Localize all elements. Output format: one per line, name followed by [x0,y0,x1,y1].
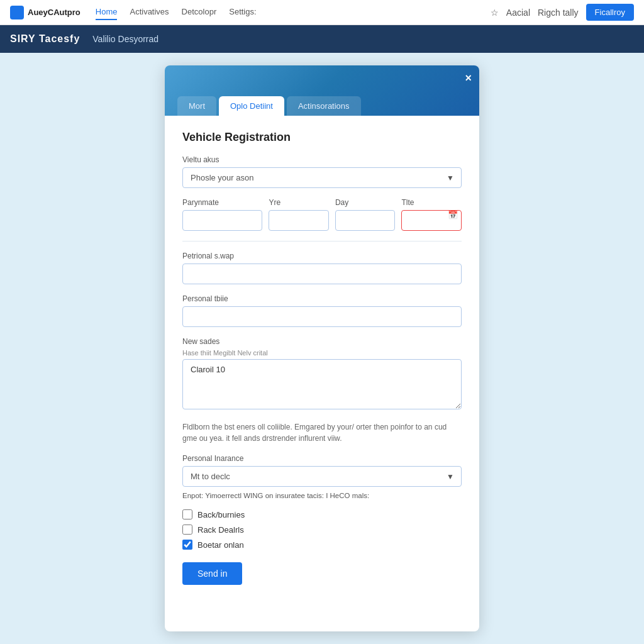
nav-link-aacial[interactable]: Aacial [506,8,530,18]
nav-link-settings[interactable]: Settigs: [229,4,256,20]
modal-dialog: × Mort Oplo Detiint Actinsorations Vehic… [165,65,479,631]
textarea-hint: Hase thiit Megiblt Nelv crital [182,349,462,357]
nav-link-activatives[interactable]: Activatives [130,4,169,20]
insurance-note: Enpot: Yimoerrectl WING on insuratee tac… [182,492,462,499]
insurance-select[interactable]: Mt to declc [182,466,462,487]
nav-link-home[interactable]: Home [96,4,118,20]
star-icon[interactable]: ☆ [491,8,499,18]
secondary-bar: SIRY Tacesfy Valilio Desyorrad [0,25,644,53]
checkbox-item-2: Rack Dealrls [182,525,462,535]
checkbox-item-1: Back/burnies [182,509,462,519]
petrol-label: Petrional s.wap [182,252,462,260]
checkbox-label-1[interactable]: Back/burnies [197,510,245,519]
modal-tabs: Mort Oplo Detiint Actinsorations [165,96,479,116]
nav-link-detcolopr[interactable]: Detcolopr [182,4,217,20]
date-row: Parynmate Yre Day Tlte 📅 [182,198,462,231]
modal-header: × Mort Oplo Detiint Actinsorations [165,65,479,116]
nav-logo: AueyCAutpro [10,6,80,19]
new-sades-group: New sades Hase thiit Megiblt Nelv crital… [182,337,462,411]
secondary-subtitle: Valilio Desyorrad [92,34,158,44]
modal-close-button[interactable]: × [465,72,472,85]
new-sades-textarea[interactable]: Claroil 10 [182,359,462,409]
insurance-select-wrapper: Mt to declc ▼ [182,466,462,487]
checkbox-group: Back/burnies Rack Dealrls Boetar onlan [182,509,462,550]
partyname-input[interactable] [182,210,262,231]
vehicle-status-group: Vieltu akus Phosle your ason ▼ [182,155,462,188]
top-nav: AueyCAutpro Home Activatives Detcolopr S… [0,0,644,25]
day-label: Day [335,198,396,207]
day-field: Day [335,198,396,231]
form-title: Vehicle Registration [182,131,462,144]
vehicle-status-select-wrapper: Phosle your ason ▼ [182,167,462,188]
modal-body: Vehicle Registration Vieltu akus Phosle … [165,116,479,605]
personal-label: Personal tbiie [182,294,462,303]
cta-button[interactable]: Ficallroy [586,4,634,21]
help-text: Fldlborn the bst eners oll coliible. Emg… [182,421,462,444]
petrol-input[interactable] [182,264,462,284]
tab-actinsorations[interactable]: Actinsorations [287,96,361,116]
checkbox-boetar-onlan[interactable] [182,540,192,550]
tab-oplo-detiint[interactable]: Oplo Detiint [219,96,284,116]
time-label: Tlte [401,198,462,207]
checkbox-item-3: Boetar onlan [182,540,462,550]
logo-text: AueyCAutpro [28,8,80,17]
new-sades-label: New sades [182,337,462,346]
submit-button[interactable]: Send in [182,562,242,585]
time-field: Tlte 📅 [401,198,462,231]
day-input[interactable] [335,210,396,231]
personal-group: Personal tbiie [182,294,462,327]
year-field: Yre [269,198,329,231]
nav-right: ☆ Aacial Rigch tally Ficallroy [491,4,634,21]
vehicle-status-label: Vieltu akus [182,155,462,164]
year-label: Yre [269,198,329,207]
divider-1 [182,241,462,242]
checkbox-rack-dealrls[interactable] [182,525,192,535]
secondary-logo: SIRY Tacesfy [10,33,80,45]
partyname-label: Parynmate [182,198,262,207]
vehicle-status-select[interactable]: Phosle your ason [182,167,462,188]
calendar-icon: 📅 [448,210,458,219]
petrol-group: Petrional s.wap [182,252,462,284]
checkbox-back-burnies[interactable] [182,509,192,519]
checkbox-label-2[interactable]: Rack Dealrls [197,525,244,535]
nav-links: Home Activatives Detcolopr Settigs: [96,4,491,20]
personal-input[interactable] [182,306,462,327]
checkbox-label-3[interactable]: Boetar onlan [197,540,244,550]
nav-link-rigch[interactable]: Rigch tally [538,8,579,18]
logo-icon [10,6,24,19]
partyname-field: Parynmate [182,198,262,231]
year-input[interactable] [269,210,329,231]
insurance-group: Personal Inarance Mt to declc ▼ Enpot: Y… [182,454,462,499]
tab-mort[interactable]: Mort [177,96,216,116]
insurance-label: Personal Inarance [182,454,462,463]
page-background: × Mort Oplo Detiint Actinsorations Vehic… [0,53,644,644]
